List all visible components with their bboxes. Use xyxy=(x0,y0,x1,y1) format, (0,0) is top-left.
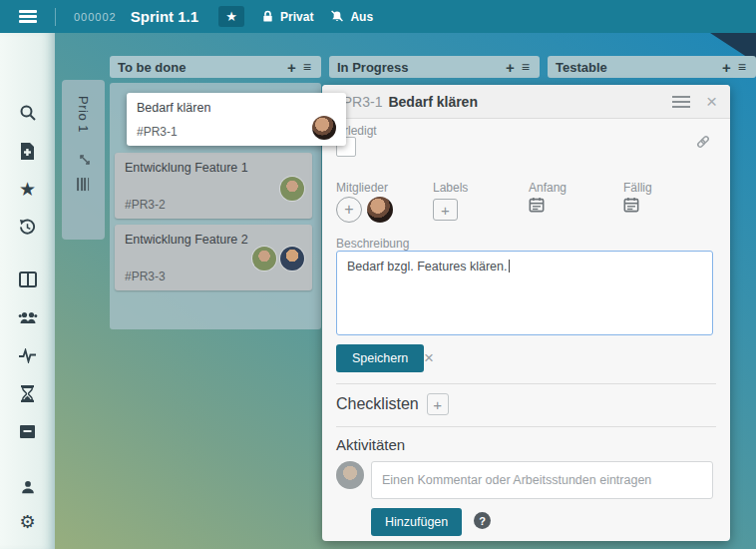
card-pr3-3[interactable]: Entwicklung Feature 2 #PR3-3 xyxy=(115,225,312,290)
column-header-testable[interactable]: Testable + ≡ xyxy=(548,56,756,78)
add-card-icon[interactable]: + xyxy=(501,59,520,76)
lock-icon xyxy=(260,9,275,24)
link-icon[interactable] xyxy=(694,133,712,155)
avatar xyxy=(280,177,304,201)
members-icon[interactable] xyxy=(0,302,55,332)
description-label: Beschreibung xyxy=(336,237,409,251)
column-header-in-progress[interactable]: In Progress + ≡ xyxy=(329,56,540,78)
card-pr3-2[interactable]: Entwicklung Feature 1 #PR3-2 xyxy=(115,153,312,219)
card-id: #PR3-2 xyxy=(125,198,166,212)
activity-icon[interactable] xyxy=(0,340,55,370)
labels-label: Labels xyxy=(433,181,468,195)
cancel-icon[interactable]: × xyxy=(424,348,434,368)
column-title: Testable xyxy=(556,60,717,75)
description-textarea[interactable]: Bedarf bzgl. Features klären. xyxy=(336,251,713,335)
star-icon: ★ xyxy=(225,9,237,24)
archive-icon[interactable] xyxy=(0,416,55,446)
avatar xyxy=(280,247,304,271)
left-sidebar: ★ ⚙ xyxy=(0,33,55,549)
swimlane-menu-icon[interactable] xyxy=(76,178,91,191)
card-title: Entwicklung Feature 2 xyxy=(115,225,312,247)
history-icon[interactable] xyxy=(0,212,55,242)
add-label-icon[interactable]: + xyxy=(433,199,458,221)
member-avatar[interactable] xyxy=(367,197,393,223)
help-icon[interactable]: ? xyxy=(474,512,491,529)
app-window: 000002 Sprint 1.1 ★ Privat Aus ★ ⚙ Prio … xyxy=(0,0,756,549)
star-board-button[interactable]: ★ xyxy=(218,6,244,27)
add-card-icon[interactable]: + xyxy=(717,59,736,76)
divider xyxy=(336,383,716,384)
activities-label: Aktivitäten xyxy=(336,436,405,453)
hamburger-menu-icon[interactable] xyxy=(0,8,55,26)
card-id: #PR3-3 xyxy=(125,270,166,283)
card-detail-title: Bedarf klären xyxy=(388,94,665,110)
card-title: Bedarf klären xyxy=(127,93,346,115)
card-title: Entwicklung Feature 1 xyxy=(115,153,312,175)
card-id: #PR3-1 xyxy=(137,125,178,139)
notifications-label: Aus xyxy=(350,10,373,24)
avatar xyxy=(312,116,336,140)
close-icon[interactable]: × xyxy=(706,92,717,111)
column-menu-icon[interactable]: ≡ xyxy=(301,59,313,75)
top-bar: 000002 Sprint 1.1 ★ Privat Aus xyxy=(0,0,756,33)
column-title: To be done xyxy=(118,60,282,75)
column-menu-icon[interactable]: ≡ xyxy=(520,59,532,75)
bell-slash-icon xyxy=(329,9,345,24)
card-detail-modal: #PR3-1 Bedarf klären × Erledigt Mitglied… xyxy=(322,85,730,541)
board-view-icon[interactable] xyxy=(0,265,55,294)
add-comment-button[interactable]: Hinzufügen xyxy=(371,508,462,536)
swimlane-prio1[interactable]: Prio 1 xyxy=(62,80,105,240)
time-tracking-icon[interactable] xyxy=(0,378,55,408)
checklists-section: Checklisten + xyxy=(336,393,449,415)
search-icon[interactable] xyxy=(0,98,55,128)
board-number: 000002 xyxy=(74,11,117,23)
topbar-divider xyxy=(55,8,56,26)
settings-gear-icon[interactable]: ⚙ xyxy=(0,507,55,537)
card-menu-icon[interactable] xyxy=(672,93,690,111)
divider xyxy=(336,426,716,427)
privacy-label: Privat xyxy=(280,10,313,24)
column-menu-icon[interactable]: ≡ xyxy=(736,59,748,75)
starred-boards-icon[interactable]: ★ xyxy=(0,174,55,204)
card-pr3-1-selected[interactable]: Bedarf klären #PR3-1 xyxy=(127,93,346,146)
privacy-toggle[interactable]: Privat xyxy=(260,9,313,24)
column-header-to-be-done[interactable]: To be done + ≡ xyxy=(110,56,321,78)
checklists-label: Checklisten xyxy=(336,395,419,413)
profile-icon[interactable] xyxy=(0,472,55,502)
board-title: Sprint 1.1 xyxy=(131,8,198,25)
text-caret xyxy=(509,260,510,273)
notifications-toggle[interactable]: Aus xyxy=(329,9,373,24)
save-button[interactable]: Speichern xyxy=(336,344,424,372)
add-member-icon[interactable]: + xyxy=(336,197,362,223)
members-label: Mitglieder xyxy=(336,181,388,195)
comment-input[interactable] xyxy=(371,461,713,499)
add-checklist-icon[interactable]: + xyxy=(427,393,449,415)
due-date-calendar-icon[interactable] xyxy=(623,197,639,217)
start-date-calendar-icon[interactable] xyxy=(529,197,545,217)
card-detail-header: #PR3-1 Bedarf klären × xyxy=(322,85,730,119)
swimlane-collapse-icon[interactable] xyxy=(75,154,93,166)
add-card-icon[interactable]: + xyxy=(282,59,301,76)
description-text: Bedarf bzgl. Features klären. xyxy=(347,260,508,274)
current-user-avatar xyxy=(336,461,364,489)
add-document-icon[interactable] xyxy=(0,136,55,166)
swimlane-title: Prio 1 xyxy=(76,96,91,133)
start-label: Anfang xyxy=(529,181,567,195)
avatar xyxy=(252,247,276,271)
column-title: In Progress xyxy=(337,60,501,75)
due-label: Fällig xyxy=(623,181,652,195)
